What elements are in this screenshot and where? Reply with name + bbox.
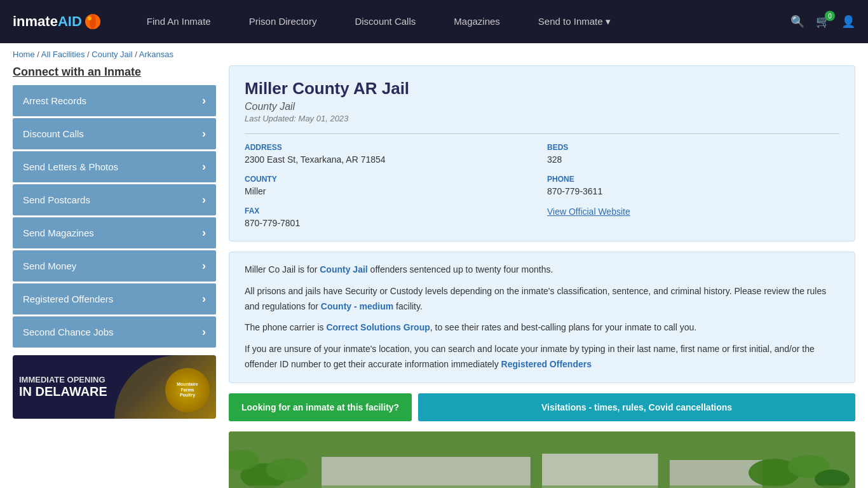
svg-rect-6 [670,460,763,488]
website-block: View Official Website [547,207,839,228]
facility-type: County Jail [245,101,839,112]
sidebar-item-send-money[interactable]: Send Money › [13,250,216,281]
logo-aid: AID [58,13,82,30]
fax-block: FAX 870-779-7801 [245,207,537,228]
fax-label: FAX [245,207,537,215]
ad-logo-text: MountaireFarmsPoultry [177,382,198,398]
sidebar-item-send-magazines[interactable]: Send Magazines › [13,217,216,248]
breadcrumb: Home / All Facilities / County Jail / Ar… [0,43,868,65]
nav-magazines[interactable]: Magazines [435,1,519,43]
chevron-right-icon: › [202,160,206,173]
facility-updated: Last Updated: May 01, 2023 [245,114,839,123]
ad-text: IMMEDIATE OPENING IN DELAWARE [19,375,107,399]
website-link[interactable]: View Official Website [547,207,630,217]
sidebar-label-send-postcards: Send Postcards [23,194,90,205]
sidebar-item-registered-offenders[interactable]: Registered Offenders › [13,283,216,315]
main-content: Miller County AR Jail County Jail Last U… [229,65,855,488]
chevron-right-icon: › [202,292,206,306]
sidebar-label-second-chance-jobs: Second Chance Jobs [23,327,114,337]
address-label: ADDRESS [245,143,537,152]
logo[interactable]: inmate AID [13,12,102,31]
sidebar-label-send-magazines: Send Magazines [23,227,94,238]
county-label: COUNTY [245,175,537,184]
svg-rect-5 [542,454,658,488]
sidebar-label-send-money: Send Money [23,261,76,271]
header-icons: 🔍 🛒 0 👤 [790,15,855,29]
user-icon[interactable]: 👤 [841,15,855,29]
sidebar-label-send-letters: Send Letters & Photos [23,161,118,172]
facility-card: Miller County AR Jail County Jail Last U… [229,65,855,241]
phone-label: PHONE [547,175,839,184]
sidebar-item-arrest-records[interactable]: Arrest Records › [13,85,216,116]
facility-description: Miller Co Jail is for County Jail offend… [229,252,855,383]
ad-banner[interactable]: IMMEDIATE OPENING IN DELAWARE MountaireF… [13,355,216,419]
phone-value: 870-779-3611 [547,186,839,196]
desc-county-jail-link[interactable]: County Jail [320,264,367,274]
cta-buttons: Looking for an inmate at this facility? … [229,393,855,421]
nav-send-to-inmate[interactable]: Send to Inmate ▾ [519,1,630,43]
desc-phone-carrier-link[interactable]: Correct Solutions Group [326,322,430,332]
beds-block: BEDS 328 [547,143,839,165]
chevron-right-icon: › [202,193,206,207]
address-block: ADDRESS 2300 East St, Texarkana, AR 7185… [245,143,537,165]
sidebar-item-discount-calls[interactable]: Discount Calls › [13,118,216,149]
desc-para1: Miller Co Jail is for County Jail offend… [245,262,839,278]
facility-image-svg [229,431,855,488]
county-block: COUNTY Miller [245,175,537,196]
sidebar: Connect with an Inmate Arrest Records › … [13,65,216,488]
visitations-cta-button[interactable]: Visitations - times, rules, Covid cancel… [418,393,855,421]
sidebar-title: Connect with an Inmate [13,65,216,79]
breadcrumb-county-jail[interactable]: County Jail [92,50,132,59]
breadcrumb-home[interactable]: Home [13,50,35,59]
svg-rect-4 [322,457,531,488]
cart-badge-count: 0 [825,11,835,21]
svg-point-1 [90,14,96,29]
chevron-right-icon: › [202,226,206,240]
chevron-right-icon: › [202,127,206,140]
sidebar-label-discount-calls: Discount Calls [23,128,84,139]
sidebar-item-send-letters[interactable]: Send Letters & Photos › [13,151,216,182]
main-container: Connect with an Inmate Arrest Records › … [0,65,868,488]
nav-discount-calls[interactable]: Discount Calls [336,1,435,43]
svg-point-2 [88,17,92,20]
ad-logo-area: MountaireFarmsPoultry [165,368,210,412]
cart-icon-wrapper[interactable]: 🛒 0 [816,15,830,29]
desc-para4: If you are unsure of your inmate's locat… [245,342,839,372]
fax-value: 870-779-7801 [245,218,537,228]
beds-value: 328 [547,154,839,165]
facility-aerial-image [229,431,855,488]
nav-find-inmate[interactable]: Find An Inmate [128,1,230,43]
site-header: inmate AID Find An Inmate Prison Directo… [0,0,868,43]
chevron-right-icon: › [202,94,206,107]
find-inmate-cta-button[interactable]: Looking for an inmate at this facility? [229,393,412,421]
facility-title: Miller County AR Jail [245,79,839,98]
ad-immediate-text: IMMEDIATE OPENING [19,375,107,384]
desc-para2: All prisons and jails have Security or C… [245,284,839,315]
ad-delaware-text: IN DELAWARE [19,384,107,399]
sidebar-item-second-chance-jobs[interactable]: Second Chance Jobs › [13,316,216,348]
phone-block: PHONE 870-779-3611 [547,175,839,196]
chevron-right-icon: › [202,325,206,339]
sidebar-menu: Arrest Records › Discount Calls › Send L… [13,85,216,348]
address-value: 2300 East St, Texarkana, AR 71854 [245,154,537,165]
facility-info-grid: ADDRESS 2300 East St, Texarkana, AR 7185… [245,133,839,228]
logo-text: inmate [13,13,58,30]
desc-para3: The phone carrier is Correct Solutions G… [245,320,839,336]
main-nav: Find An Inmate Prison Directory Discount… [128,1,790,43]
breadcrumb-state[interactable]: Arkansas [139,50,173,59]
breadcrumb-all-facilities[interactable]: All Facilities [41,50,85,59]
county-value: Miller [245,186,537,196]
ad-logo-circle: MountaireFarmsPoultry [165,368,210,412]
svg-point-8 [266,458,308,481]
search-icon[interactable]: 🔍 [790,15,804,29]
sidebar-label-registered-offenders: Registered Offenders [23,294,113,304]
desc-registered-offenders-link[interactable]: Registered Offenders [501,359,592,369]
svg-point-11 [815,470,850,488]
sidebar-item-send-postcards[interactable]: Send Postcards › [13,184,216,215]
nav-prison-directory[interactable]: Prison Directory [230,1,336,43]
logo-ball-icon [83,12,102,31]
beds-label: BEDS [547,143,839,152]
sidebar-label-arrest-records: Arrest Records [23,95,86,106]
desc-county-medium-link[interactable]: County - medium [321,301,393,311]
svg-rect-13 [229,485,855,488]
